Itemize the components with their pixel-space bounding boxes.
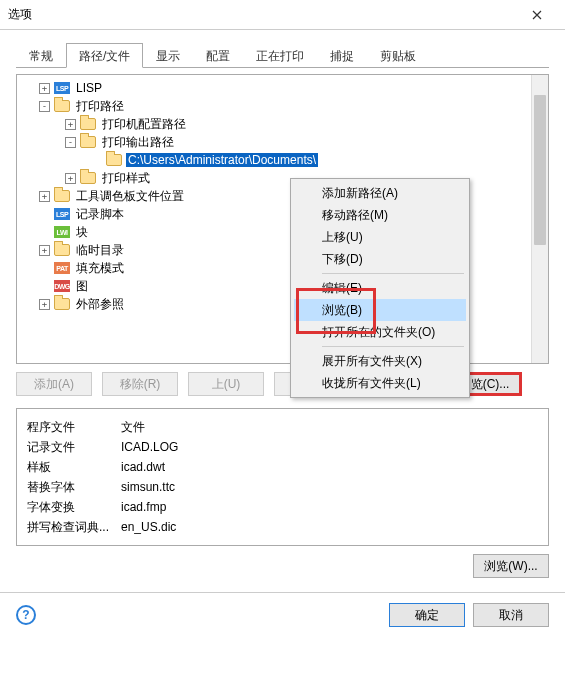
- folder-icon: [80, 117, 96, 131]
- info-row[interactable]: 替换字体simsun.ttc: [27, 477, 538, 497]
- info-value: icad.fmp: [121, 500, 166, 514]
- tree-node[interactable]: C:\Users\Administrator\Documents\: [21, 151, 531, 169]
- title-text: 选项: [8, 6, 517, 23]
- scrollbar-thumb[interactable]: [534, 95, 546, 245]
- lsp-icon: LSP: [54, 207, 70, 221]
- tab-paths[interactable]: 路径/文件: [66, 43, 143, 68]
- tree-node-label: 工具调色板文件位置: [74, 188, 186, 205]
- lwi-icon: LWI: [54, 225, 70, 239]
- add-button[interactable]: 添加(A): [16, 372, 92, 396]
- remove-button[interactable]: 移除(R): [102, 372, 178, 396]
- folder-icon: [54, 99, 70, 113]
- folder-icon: [54, 243, 70, 257]
- info-row[interactable]: 记录文件ICAD.LOG: [27, 437, 538, 457]
- context-menu-item[interactable]: 移动路径(M): [294, 204, 466, 226]
- cancel-button[interactable]: 取消: [473, 603, 549, 627]
- tree-expander-icon[interactable]: +: [39, 245, 50, 256]
- context-menu-item[interactable]: 展开所有文件夹(X): [294, 350, 466, 372]
- tree-node-label: 记录脚本: [74, 206, 126, 223]
- tree-node-label: 打印路径: [74, 98, 126, 115]
- folder-icon: [80, 171, 96, 185]
- dwg-icon: DWG: [54, 279, 70, 293]
- menu-separator: [322, 273, 464, 274]
- info-key: 字体变换: [27, 499, 121, 516]
- menu-separator: [322, 346, 464, 347]
- info-row[interactable]: 程序文件文件: [27, 417, 538, 437]
- help-icon[interactable]: ?: [16, 605, 36, 625]
- context-menu-item[interactable]: 收拢所有文件夹(L): [294, 372, 466, 394]
- file-info-table: 程序文件文件记录文件ICAD.LOG样板icad.dwt替换字体simsun.t…: [16, 408, 549, 546]
- tree-expander-icon[interactable]: +: [39, 299, 50, 310]
- content: 常规 路径/文件 显示 配置 正在打印 捕捉 剪贴板 +LSPLISP-打印路径…: [0, 30, 565, 592]
- footer: ? 确定 取消: [0, 592, 565, 637]
- info-key: 拼写检查词典...: [27, 519, 121, 536]
- tree-expander-icon[interactable]: +: [39, 83, 50, 94]
- context-menu-item[interactable]: 浏览(B): [294, 299, 466, 321]
- tab-clipboard[interactable]: 剪贴板: [367, 43, 429, 68]
- info-key: 替换字体: [27, 479, 121, 496]
- info-key: 样板: [27, 459, 121, 476]
- tree-node-label: 打印样式: [100, 170, 152, 187]
- tree-node-label: 块: [74, 224, 90, 241]
- info-row[interactable]: 字体变换icad.fmp: [27, 497, 538, 517]
- context-menu-item[interactable]: 下移(D): [294, 248, 466, 270]
- tree-expander-icon[interactable]: +: [65, 173, 76, 184]
- tree-node-label: 打印输出路径: [100, 134, 176, 151]
- tree-node[interactable]: -打印输出路径: [21, 133, 531, 151]
- tree-node-label: 临时目录: [74, 242, 126, 259]
- folder-icon: [54, 189, 70, 203]
- tree-node-label: C:\Users\Administrator\Documents\: [126, 153, 318, 167]
- info-value: icad.dwt: [121, 460, 165, 474]
- ok-button[interactable]: 确定: [389, 603, 465, 627]
- tab-config[interactable]: 配置: [193, 43, 243, 68]
- tab-snap[interactable]: 捕捉: [317, 43, 367, 68]
- info-row[interactable]: 样板icad.dwt: [27, 457, 538, 477]
- up-button[interactable]: 上(U): [188, 372, 264, 396]
- tree-expander-icon[interactable]: +: [65, 119, 76, 130]
- info-value: ICAD.LOG: [121, 440, 178, 454]
- context-menu-item[interactable]: 打开所在的文件夹(O): [294, 321, 466, 343]
- tab-display[interactable]: 显示: [143, 43, 193, 68]
- info-value: 文件: [121, 419, 145, 436]
- context-menu[interactable]: 添加新路径(A)移动路径(M)上移(U)下移(D)编辑(E)浏览(B)打开所在的…: [290, 178, 470, 398]
- tab-bar: 常规 路径/文件 显示 配置 正在打印 捕捉 剪贴板: [16, 42, 549, 68]
- tree-expander-icon[interactable]: +: [39, 191, 50, 202]
- close-button[interactable]: [517, 3, 557, 27]
- tree-node-label: 打印机配置路径: [100, 116, 188, 133]
- context-menu-item[interactable]: 添加新路径(A): [294, 182, 466, 204]
- info-key: 记录文件: [27, 439, 121, 456]
- tree-expander-icon[interactable]: -: [39, 101, 50, 112]
- info-value: simsun.ttc: [121, 480, 175, 494]
- info-key: 程序文件: [27, 419, 121, 436]
- folder-icon: [54, 297, 70, 311]
- tree-node[interactable]: +LSPLISP: [21, 79, 531, 97]
- tree-scrollbar[interactable]: [531, 75, 548, 363]
- browse-w-button[interactable]: 浏览(W)...: [473, 554, 549, 578]
- folder-icon: [80, 135, 96, 149]
- folder-icon: [106, 153, 122, 167]
- tree-node-label: 图: [74, 278, 90, 295]
- tree-expander-icon[interactable]: -: [65, 137, 76, 148]
- title-bar: 选项: [0, 0, 565, 30]
- tree-node-label: 填充模式: [74, 260, 126, 277]
- pat-icon: PAT: [54, 261, 70, 275]
- context-menu-item[interactable]: 上移(U): [294, 226, 466, 248]
- lsp-icon: LSP: [54, 81, 70, 95]
- tree-node[interactable]: -打印路径: [21, 97, 531, 115]
- context-menu-item[interactable]: 编辑(E): [294, 277, 466, 299]
- tab-general[interactable]: 常规: [16, 43, 66, 68]
- tree-node-label: LISP: [74, 81, 104, 95]
- info-row[interactable]: 拼写检查词典...en_US.dic: [27, 517, 538, 537]
- tree-node[interactable]: +打印机配置路径: [21, 115, 531, 133]
- tab-printing[interactable]: 正在打印: [243, 43, 317, 68]
- info-value: en_US.dic: [121, 520, 176, 534]
- tree-node-label: 外部参照: [74, 296, 126, 313]
